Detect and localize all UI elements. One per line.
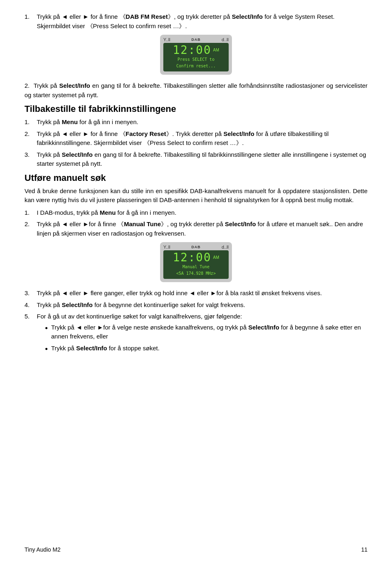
arrow-left: ◄ [62, 220, 68, 227]
select-info-bold: Select/Info [248, 324, 279, 331]
page-content: 1. Trykk på ◄ eller ► for å finne 《DAB F… [0, 0, 392, 382]
bullet-text: Trykk på Select/Info for å stoppe søket. [51, 344, 159, 353]
device-time-display-1: 12:00 AM Press SELECT to Confirm reset..… [163, 43, 229, 71]
screen2-line2: <5A 174.928 MHz> [167, 271, 225, 276]
factory-reset: Factory Reset [126, 130, 166, 137]
arrow-right: ► [83, 289, 89, 296]
section2-list: 1. Trykk på Menu for å gå inn i menyen. … [24, 118, 368, 169]
footer-brand: Tiny Audio M2 [24, 546, 60, 553]
device-top-bar-2: Y..ll DAB d..ll [163, 245, 229, 249]
list-text: Trykk på ◄ eller ► for å finne 《Factory … [37, 129, 368, 148]
bullet-item: Trykk på ◄ eller ►for å velge neste ønsk… [45, 323, 368, 341]
bullet-text: Trykk på ◄ eller ►for å velge neste ønsk… [51, 323, 368, 341]
manual-tune: Manual Tune [124, 220, 161, 227]
select-info-bold: Select/Info [223, 130, 254, 137]
device-screen-wrapper-1: Y..ll DAB d..ll 12:00 AM Press SELECT to… [24, 35, 368, 75]
time-digits: 12:00 [173, 43, 211, 57]
arrow-left2: ◄ [189, 289, 196, 296]
select-info-bold: Select/Info [62, 151, 93, 158]
am-label: AM [213, 48, 219, 52]
intro-list: 1. Trykk på ◄ eller ► for å finne 《DAB F… [24, 12, 368, 31]
list-text: Trykk på ◄ eller ►for å finne 《Manual Tu… [37, 220, 368, 238]
arrow-right: ► [83, 130, 89, 137]
step2-text: 2. Trykk på Select/Info en gang til for … [24, 81, 368, 100]
section3-intro: Ved å bruke denne funksjonen kan du stil… [24, 187, 368, 205]
list-item: 2. Trykk på ◄ eller ►for å finne 《Manual… [24, 220, 368, 238]
device-label: DAB [192, 38, 201, 42]
arrow-left: ◄ [62, 13, 68, 20]
signal-right-icon: d..ll [222, 37, 229, 42]
arrow-left: ◄ [62, 289, 68, 296]
list-text: Trykk på Menu for å gå inn i menyen. [37, 118, 138, 127]
device-label-2: DAB [192, 245, 201, 249]
list-item: 5. For å gå ut av det kontinuerlige søke… [24, 312, 368, 355]
list-item: 1. Trykk på ◄ eller ► for å finne 《DAB F… [24, 12, 368, 31]
page-number: 11 [361, 546, 368, 553]
bullet-list: Trykk på ◄ eller ►for å velge neste ønsk… [37, 323, 368, 353]
device-screen-wrapper-2: Y..ll DAB d..ll 12:00 AM Manual Tune <5A… [24, 242, 368, 282]
select-info-2: Select/Info [59, 82, 90, 89]
list-num: 4. [24, 301, 33, 310]
time-row: 12:00 AM [167, 45, 225, 56]
list-num: 5. [24, 312, 33, 355]
list-item: 3. Trykk på Select/Info en gang til for … [24, 150, 368, 169]
list-text: For å gå ut av det kontinuerlige søket f… [37, 312, 368, 355]
section3-list-cont: 3. Trykk på ◄ eller ► flere ganger, elle… [24, 289, 368, 355]
list-num: 1. [24, 12, 33, 31]
device-outer-2: Y..ll DAB d..ll 12:00 AM Manual Tune <5A… [160, 242, 232, 282]
arrow-right: ► [97, 324, 103, 331]
menu-bold: Menu [100, 209, 116, 216]
signal-left-icon-2: Y..ll [163, 245, 170, 249]
select-info-bold: Select/Info [225, 220, 256, 227]
arrow-right2: ► [210, 289, 216, 296]
screen2-line1: Manual Tune [167, 264, 225, 270]
device-time-display-2: 12:00 AM Manual Tune <5A 174.928 MHz> [163, 250, 229, 279]
select-info-bold: Select/Info [232, 13, 263, 20]
list-text: I DAB-modus, trykk på Menu for å gå inn … [37, 208, 176, 218]
signal-left-icon: Y..ll [163, 37, 170, 42]
list-num: 2. [24, 129, 33, 148]
list-item: 2. Trykk på ◄ eller ► for å finne 《Facto… [24, 129, 368, 148]
list-num: 2. [24, 220, 33, 238]
signal-right-icon-2: d..ll [222, 245, 229, 249]
page-footer: Tiny Audio M2 11 [24, 546, 368, 553]
time-row-2: 12:00 AM [167, 252, 225, 263]
item-name: DAB FM Reset [126, 13, 168, 20]
bullet-item: Trykk på Select/Info for å stoppe søket. [45, 344, 368, 353]
list-num: 3. [24, 150, 33, 169]
list-num: 1. [24, 118, 33, 127]
select-info-bold: Select/Info [62, 301, 93, 308]
time-digits-2: 12:00 [173, 251, 211, 264]
list-num: 1. [24, 208, 33, 218]
screen-line1: Press SELECT to [167, 57, 225, 62]
device-top-bar: Y..ll DAB d..ll [163, 37, 229, 42]
list-num: 3. [24, 289, 33, 298]
arrow-right: ► [83, 13, 89, 20]
menu-bold: Menu [62, 118, 78, 125]
list-text: Trykk på ◄ eller ► flere ganger, eller t… [37, 289, 322, 298]
list-item: 1. Trykk på Menu for å gå inn i menyen. [24, 118, 368, 127]
step2-num: 2. [24, 82, 30, 89]
select-info-bold: Select/Info [76, 345, 107, 352]
section3-heading: Utføre manuelt søk [24, 173, 368, 183]
list-item: 4. Trykk på Select/Info for å begynne de… [24, 301, 368, 310]
device-outer-1: Y..ll DAB d..ll 12:00 AM Press SELECT to… [160, 35, 232, 75]
arrow-right: ► [83, 220, 89, 227]
section2-heading: Tilbakestille til fabrikkinnstillingene [24, 104, 368, 114]
list-text: Trykk på ◄ eller ► for å finne 《DAB FM R… [37, 12, 368, 31]
list-text: Trykk på Select/Info en gang til for å b… [37, 150, 368, 169]
am-label-2: AM [213, 255, 219, 260]
list-item: 1. I DAB-modus, trykk på Menu for å gå i… [24, 208, 368, 218]
screen-line2: Confirm reset... [167, 63, 225, 69]
arrow-left: ◄ [76, 324, 82, 331]
list-text: Trykk på Select/Info for å begynne det k… [37, 301, 245, 310]
section3-list: 1. I DAB-modus, trykk på Menu for å gå i… [24, 208, 368, 238]
arrow-left: ◄ [62, 130, 68, 137]
list-item: 3. Trykk på ◄ eller ► flere ganger, elle… [24, 289, 368, 298]
